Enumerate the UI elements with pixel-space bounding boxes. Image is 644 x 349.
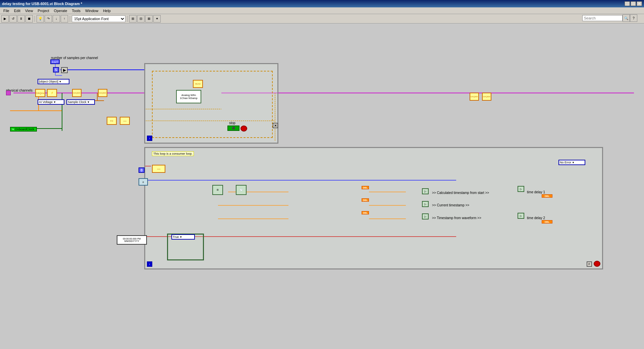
step-out-btn[interactable]: ↑	[61, 15, 68, 22]
daqmx-create: ⚡	[47, 89, 57, 97]
daqmx-right-2: DAQMX	[482, 93, 491, 101]
stop-consumer-btn[interactable]	[594, 261, 600, 267]
stop-label: stop	[229, 121, 235, 125]
ts-from-wfm-label: >> Timestamp from waveform >>	[432, 216, 481, 220]
producer-loop: Analog Wfm 1Chan NSamp READ stop ⬛ i ✕	[144, 63, 278, 144]
toolbar: ▶ ↺ ⏸ ⏹ 💡 ↷ ↓ ↑ 15pt Application Font ⊞ …	[0, 14, 644, 23]
step-into-btn[interactable]: ↓	[53, 15, 60, 22]
analog-wfm-label: Analog Wfm 1Chan NSamp	[177, 94, 200, 100]
menu-file[interactable]: File	[1, 8, 11, 13]
case-true-label: True	[173, 235, 179, 239]
menu-view[interactable]: View	[23, 8, 35, 13]
context-help-button[interactable]: ?	[630, 14, 637, 22]
reorder-btn[interactable]: ⊠	[145, 15, 153, 22]
daqmx-read-node: READ	[193, 80, 203, 88]
daqmx-task-1: DAQmx	[35, 89, 45, 97]
menu-operate[interactable]: Operate	[52, 8, 69, 13]
minimize-button[interactable]: _	[625, 1, 630, 6]
stop-circle-btn[interactable]	[240, 126, 247, 132]
pause-btn[interactable]: ⏹	[25, 15, 33, 22]
toolbar-sep-3	[127, 16, 127, 22]
arith-node-3: ▷	[422, 213, 429, 219]
highlight-btn[interactable]: 💡	[37, 15, 44, 22]
calc-ts-label: >> Calculated timestamp from start >>	[432, 191, 489, 195]
num-constant-5: 5	[53, 67, 59, 72]
font-select[interactable]: 15pt Application Font	[72, 15, 125, 22]
daqmx-enqueue: EQ	[107, 117, 117, 125]
dbl-2: DBL	[362, 198, 369, 202]
onboard-clock-label: OnboardClock	[15, 128, 34, 131]
diagram-canvas: number of samples per channel 1127 5 ▶ p…	[0, 23, 644, 349]
abort-btn[interactable]: ⏸	[17, 15, 25, 22]
sample-clock-dropdown[interactable]: Sample Clock ▼	[66, 99, 95, 105]
dequeue-node: ⇒⇒	[152, 165, 165, 173]
num-samples-control[interactable]: 1127	[50, 59, 60, 64]
dbl-3: DBL	[362, 211, 369, 214]
analog-wfm-indicator: Analog Wfm 1Chan NSamp	[176, 90, 201, 103]
phys-channels-terminal[interactable]	[6, 91, 11, 95]
menu-window[interactable]: Window	[83, 8, 100, 13]
search-bar: 🔍 ?	[582, 14, 637, 22]
run-arrow-btn[interactable]: ▶	[1, 15, 9, 22]
ai-voltage-dropdown[interactable]: AI Voltage ▼	[38, 99, 64, 105]
no-error-arrow: ▼	[572, 161, 575, 164]
arith-node-2: ▷	[422, 201, 429, 207]
menu-bar: File Edit View Project Operate Tools Win…	[0, 7, 644, 14]
cleanup-btn[interactable]: ✦	[153, 15, 161, 22]
close-producer-btn[interactable]: ✕	[273, 123, 278, 128]
time-delay-2-dbl: DBL	[542, 220, 552, 223]
ai-voltage-arrow: ▼	[53, 101, 56, 104]
bundle-icon-1: ⊞	[217, 189, 219, 191]
window-title: delay testing for USB-6001.vi Block Diag…	[2, 2, 82, 6]
consumer-annotation-text: This loop is a consumer loop.	[153, 152, 193, 155]
daqmx-right-1: DAQMX	[470, 93, 479, 101]
close-button[interactable]: ✕	[637, 1, 642, 6]
case-selector[interactable]: True ▼	[171, 234, 195, 240]
step-over-btn[interactable]: ↷	[45, 15, 52, 22]
title-bar: delay testing for USB-6001.vi Block Diag…	[0, 0, 644, 7]
dbl-1: DBL	[362, 186, 369, 189]
sub-node-1: ▷	[518, 186, 524, 192]
case-structure: True ▼	[167, 234, 204, 260]
f-terminal: F	[587, 261, 592, 267]
onboard-clock-icon: %	[12, 128, 14, 131]
onboard-clock-btn[interactable]: % OnboardClock	[10, 127, 37, 132]
search-input[interactable]	[582, 15, 623, 21]
current-ts-label: >> Current timestamp >>	[432, 203, 469, 207]
distribute-btn[interactable]: ⊟	[137, 15, 145, 22]
iter-terminal-consumer: i	[147, 261, 152, 267]
iter-terminal-producer: i	[147, 136, 152, 141]
stop-bool-btn[interactable]: ⬛	[227, 126, 239, 131]
cont-samples-arrow: ▼	[59, 80, 62, 83]
stop-bool-icon: ⬛	[232, 127, 235, 130]
sub-node-2: ▷	[518, 213, 524, 219]
loop-node-1: ▶	[61, 67, 68, 73]
menu-help[interactable]: Help	[101, 8, 113, 13]
title-bar-buttons: _ □ ✕	[625, 1, 642, 6]
time-delay-2-label: time delay 2	[527, 216, 545, 220]
no-error-dropdown[interactable]: No Error ▼	[558, 160, 585, 165]
bundle-node-1: ⊞	[212, 185, 223, 195]
ai-voltage-label: AI Voltage	[39, 100, 53, 104]
consumer-annotation: This loop is a consumer loop.	[152, 151, 194, 156]
no-error-label: No Error	[560, 161, 571, 164]
align-btn[interactable]: ⊞	[129, 15, 137, 22]
maximize-button[interactable]: □	[631, 1, 636, 6]
menu-edit[interactable]: Edit	[12, 8, 22, 13]
timestamp-node: 🕐	[236, 185, 247, 195]
arith-node-1: ▷	[422, 188, 429, 194]
datetime-label: 00:00:00.000 PM MM/DD/YYYY	[117, 238, 146, 242]
menu-tools[interactable]: Tools	[70, 8, 83, 13]
daqmx-task-3: DAQMX	[98, 89, 107, 97]
menu-project[interactable]: Project	[36, 8, 51, 13]
search-button[interactable]: 🔍	[623, 14, 630, 22]
sample-clock-arrow: ▼	[87, 101, 90, 104]
time-delay-1-label: time delay 1	[527, 190, 545, 194]
case-arrow: ▼	[179, 236, 182, 239]
run-continuously-btn[interactable]: ↺	[9, 15, 17, 22]
clock-icon: 🕐	[240, 189, 243, 191]
time-delay-1-dbl: DBL	[542, 194, 552, 198]
toolbar-sep-2	[70, 16, 70, 22]
continuous-samples-dropdown[interactable]: [object Object] ▼	[38, 79, 69, 84]
datetime-indicator: 00:00:00.000 PM MM/DD/YYYY	[117, 235, 147, 245]
